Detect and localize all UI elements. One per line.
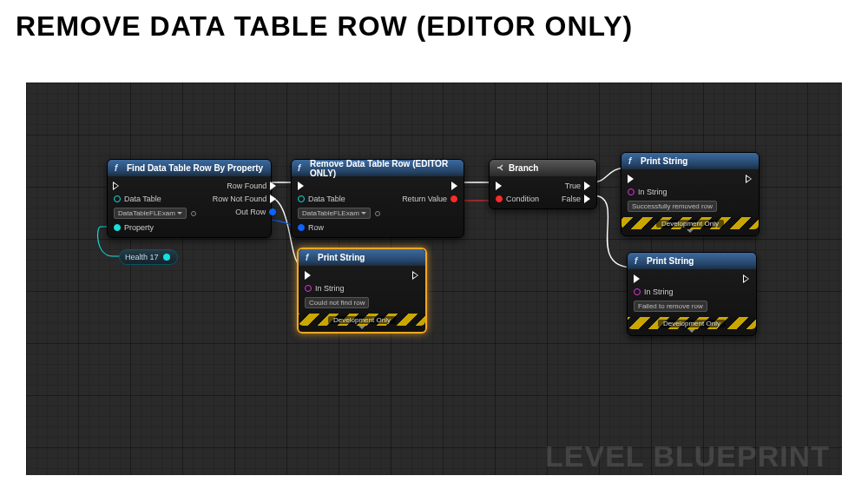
exec-in-pin[interactable] bbox=[298, 182, 381, 190]
in-string-value[interactable]: Failed to remove row bbox=[634, 301, 707, 312]
svg-text:f: f bbox=[306, 253, 310, 262]
data-table-value[interactable]: DataTableFLExam bbox=[114, 208, 197, 219]
variable-output-pin[interactable] bbox=[163, 254, 170, 261]
refresh-icon[interactable] bbox=[374, 210, 381, 217]
row-not-found-pin[interactable]: Row Not Found bbox=[213, 195, 277, 203]
exec-in-pin[interactable] bbox=[628, 175, 717, 183]
dev-only-stripe: Development Only bbox=[628, 317, 756, 329]
function-icon: f bbox=[304, 253, 314, 263]
function-icon: f bbox=[113, 163, 123, 174]
node-print-failed[interactable]: f Print String In String Failed to remov… bbox=[627, 252, 757, 336]
branch-icon bbox=[495, 163, 505, 174]
function-icon: f bbox=[627, 156, 637, 167]
svg-point-3 bbox=[375, 211, 379, 215]
exec-in-pin[interactable] bbox=[634, 274, 707, 283]
node-title: Print String bbox=[318, 253, 365, 262]
node-header: Branch bbox=[490, 160, 596, 176]
node-header: f Find Data Table Row By Property bbox=[108, 160, 271, 176]
node-title: Remove Data Table Row (EDITOR ONLY) bbox=[310, 159, 458, 178]
exec-in-pin[interactable] bbox=[114, 182, 197, 190]
node-title: Branch bbox=[509, 163, 538, 173]
in-string-value[interactable]: Could not find row bbox=[305, 297, 369, 308]
node-print-success[interactable]: f Print String In String Successfully re… bbox=[621, 152, 760, 236]
out-row-pin[interactable]: Out Row bbox=[213, 208, 277, 216]
function-icon: f bbox=[297, 163, 306, 174]
page-title: REMOVE DATA TABLE ROW (EDITOR ONLY) bbox=[0, 0, 868, 53]
exec-out-pin[interactable] bbox=[746, 175, 753, 183]
in-string-pin[interactable]: In String bbox=[628, 188, 717, 196]
exec-in-pin[interactable] bbox=[305, 271, 369, 280]
in-string-pin[interactable]: In String bbox=[305, 284, 369, 293]
node-header: f Print String bbox=[299, 249, 425, 266]
node-header: f Remove Data Table Row (EDITOR ONLY) bbox=[292, 160, 464, 176]
true-pin[interactable]: True bbox=[562, 182, 590, 190]
data-table-pin[interactable]: Data Table bbox=[298, 195, 381, 203]
exec-out-pin[interactable] bbox=[402, 182, 457, 190]
expand-button[interactable] bbox=[621, 229, 759, 235]
svg-text:f: f bbox=[115, 163, 119, 173]
svg-point-1 bbox=[191, 211, 195, 215]
return-value-pin[interactable]: Return Value bbox=[402, 195, 457, 203]
node-header: f Print String bbox=[621, 153, 759, 169]
svg-text:f: f bbox=[628, 156, 633, 166]
expand-button[interactable] bbox=[628, 329, 756, 335]
dev-only-stripe: Development Only bbox=[299, 314, 425, 326]
row-found-pin[interactable]: Row Found bbox=[213, 182, 277, 190]
exec-in-pin[interactable] bbox=[496, 182, 539, 190]
svg-text:f: f bbox=[635, 256, 639, 266]
watermark: LEVEL BLUEPRINT bbox=[545, 439, 830, 473]
variable-node-health[interactable]: Health 17 bbox=[119, 249, 178, 265]
data-table-pin[interactable]: Data Table bbox=[114, 195, 197, 203]
expand-button[interactable] bbox=[299, 326, 425, 332]
exec-out-pin[interactable] bbox=[413, 271, 419, 280]
node-print-could-not[interactable]: f Print String In String Could not find … bbox=[297, 248, 427, 334]
node-find-row[interactable]: f Find Data Table Row By Property Data T… bbox=[107, 159, 272, 238]
node-branch[interactable]: Branch Condition True False bbox=[489, 159, 597, 209]
data-table-value[interactable]: DataTableFLExam bbox=[298, 208, 381, 219]
node-title: Find Data Table Row By Property bbox=[127, 163, 263, 173]
in-string-value[interactable]: Successfully removed row bbox=[628, 201, 717, 212]
property-pin[interactable]: Property bbox=[114, 223, 197, 232]
node-remove-row[interactable]: f Remove Data Table Row (EDITOR ONLY) Da… bbox=[291, 159, 464, 238]
node-header: f Print String bbox=[628, 253, 756, 269]
exec-out-pin[interactable] bbox=[744, 274, 750, 283]
function-icon: f bbox=[633, 256, 643, 267]
node-title: Print String bbox=[647, 256, 694, 266]
node-title: Print String bbox=[641, 156, 687, 166]
dev-only-stripe: Development Only bbox=[621, 217, 759, 229]
false-pin[interactable]: False bbox=[562, 195, 590, 203]
refresh-icon[interactable] bbox=[190, 210, 197, 217]
row-pin[interactable]: Row bbox=[298, 223, 381, 232]
svg-text:f: f bbox=[298, 163, 302, 173]
condition-pin[interactable]: Condition bbox=[496, 195, 539, 203]
in-string-pin[interactable]: In String bbox=[634, 287, 707, 296]
blueprint-graph[interactable]: f Find Data Table Row By Property Data T… bbox=[26, 83, 842, 475]
